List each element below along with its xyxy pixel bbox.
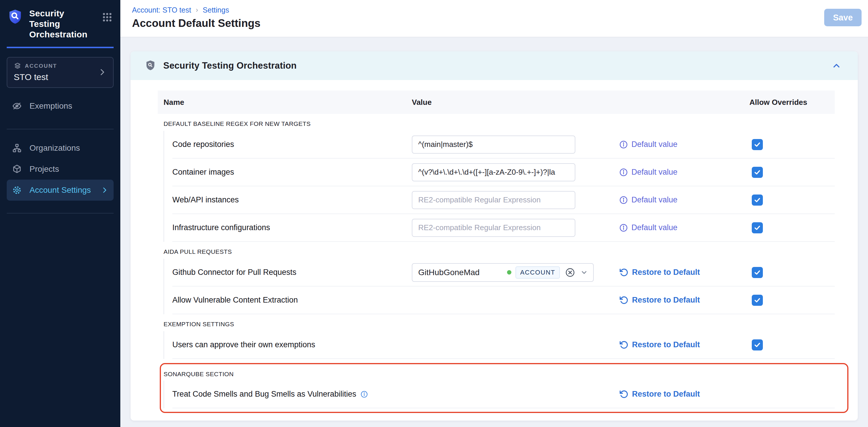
shield-magnifier-icon [145, 60, 156, 71]
column-header-value: Value [412, 98, 619, 107]
page-header: Account: STO test › Settings Account Def… [120, 0, 868, 37]
chevron-down-icon [580, 269, 588, 276]
setting-row-treat-code-smells: Treat Code Smells and Bug Smells as Vuln… [172, 380, 835, 408]
chevron-up-icon[interactable] [832, 61, 841, 71]
clear-selection-icon[interactable] [565, 268, 575, 277]
setting-name: Treat Code Smells and Bug Smells as Vuln… [172, 390, 412, 399]
sidebar-item-label: Exemptions [30, 101, 72, 111]
section-group: Code repositories Default value [163, 131, 835, 242]
info-circle-icon [619, 196, 628, 205]
setting-row-web-api-instances: Web/API instances Default value [172, 186, 835, 214]
org-chart-icon [12, 143, 22, 153]
sidebar-accent-rule [7, 47, 114, 48]
restore-ccw-icon [619, 340, 628, 349]
breadcrumb-settings-link[interactable]: Settings [203, 6, 229, 14]
sto-logo-shield-magnifier-icon [8, 9, 23, 26]
sidebar-item-account-settings[interactable]: Account Settings [7, 180, 114, 201]
sonarqube-highlight-box: SONARQUBE SECTION Treat Code Smells and … [160, 363, 848, 413]
restore-to-default-link[interactable]: Restore to Default [619, 340, 749, 349]
sidebar-item-label: Account Settings [30, 185, 91, 195]
setting-name: Allow Vulnerable Content Extraction [172, 296, 412, 305]
container-images-regex-input[interactable] [412, 163, 576, 181]
setting-row-container-images: Container images Default value [172, 159, 835, 186]
section-label-aida-pull-requests: AIDA PULL REQUESTS [158, 242, 835, 259]
setting-row-code-repositories: Code repositories Default value [172, 131, 835, 159]
section-group: Github Connector for Pull Requests GitHu… [163, 259, 835, 314]
sidebar-divider [7, 213, 114, 214]
module-section-header[interactable]: Security Testing Orchestration [130, 52, 858, 80]
restore-to-default-link[interactable]: Restore to Default [619, 268, 749, 277]
default-value-link[interactable]: Default value [619, 223, 749, 232]
sidebar-item-organizations[interactable]: Organizations [7, 138, 114, 159]
code-repositories-regex-input[interactable] [412, 135, 576, 154]
table-header-row: Name Value Allow Overrides [158, 91, 835, 114]
web-api-instances-regex-input[interactable] [412, 191, 576, 209]
allow-override-checkbox[interactable] [752, 295, 763, 306]
section-label-exemption-settings: EXEMPTION SETTINGS [158, 314, 835, 331]
gear-icon [12, 185, 22, 195]
default-value-link[interactable]: Default value [619, 195, 749, 205]
app-switcher-grid-icon[interactable] [102, 12, 113, 23]
sidebar-item-label: Projects [30, 164, 59, 174]
setting-name: Users can approve their own exemptions [172, 340, 412, 349]
main-area: Account: STO test › Settings Account Def… [120, 0, 868, 427]
setting-name: Code repositories [172, 140, 412, 149]
restore-ccw-icon [619, 268, 628, 277]
info-circle-icon [619, 223, 628, 232]
settings-card: Security Testing Orchestration Name Valu… [130, 52, 858, 421]
layers-icon [14, 62, 21, 70]
default-value-link[interactable]: Default value [619, 140, 749, 149]
section-group: Users can approve their own exemptions R… [163, 331, 835, 359]
column-header-allow-overrides: Allow Overrides [749, 98, 835, 107]
info-circle-icon[interactable] [361, 391, 368, 398]
allow-override-checkbox[interactable] [752, 167, 763, 178]
allow-override-checkbox[interactable] [752, 339, 763, 350]
setting-name: Infrastructure configurations [172, 223, 412, 232]
account-scope-selector[interactable]: ACCOUNT STO test [7, 57, 114, 88]
allow-override-checkbox[interactable] [752, 267, 763, 278]
github-connector-select[interactable]: GitHubGoneMad ACCOUNT [412, 263, 594, 282]
account-name: STO test [14, 72, 57, 82]
connector-status-dot [507, 270, 512, 275]
chevron-right-icon [98, 68, 106, 77]
restore-to-default-link[interactable]: Restore to Default [619, 296, 749, 305]
sidebar-item-label: Organizations [30, 144, 80, 153]
setting-row-github-connector: Github Connector for Pull Requests GitHu… [172, 259, 835, 286]
setting-name: Github Connector for Pull Requests [172, 268, 412, 277]
page-title: Account Default Settings [132, 17, 868, 30]
setting-row-infrastructure-configurations: Infrastructure configurations Default va… [172, 214, 835, 242]
settings-table: Name Value Allow Overrides DEFAULT BASEL… [130, 80, 858, 413]
breadcrumb: Account: STO test › Settings [132, 0, 868, 14]
restore-ccw-icon [619, 390, 628, 399]
setting-row-users-approve-own-exemptions: Users can approve their own exemptions R… [172, 331, 835, 359]
default-value-link[interactable]: Default value [619, 167, 749, 177]
section-group: Treat Code Smells and Bug Smells as Vuln… [163, 380, 835, 408]
restore-ccw-icon [619, 296, 628, 305]
section-label-default-baseline-regex: DEFAULT BASELINE REGEX FOR NEW TARGETS [158, 114, 835, 131]
infrastructure-configurations-regex-input[interactable] [412, 219, 576, 237]
setting-name: Container images [172, 167, 412, 177]
section-label-sonarqube: SONARQUBE SECTION [163, 366, 835, 380]
allow-override-checkbox[interactable] [752, 194, 763, 206]
info-circle-icon [619, 168, 628, 177]
save-button[interactable]: Save [824, 9, 862, 26]
chevron-right-icon [101, 186, 108, 194]
scope-tag: ACCOUNT [516, 266, 560, 279]
column-header-name: Name [163, 98, 412, 107]
sidebar: Security Testing Orchestration ACCOUNT S… [0, 0, 120, 427]
sidebar-item-projects[interactable]: Projects [7, 159, 114, 180]
allow-override-checkbox[interactable] [752, 222, 763, 233]
restore-to-default-link[interactable]: Restore to Default [619, 390, 749, 399]
selected-connector-name: GitHubGoneMad [418, 268, 479, 277]
module-section-title: Security Testing Orchestration [163, 60, 297, 71]
breadcrumb-account-link[interactable]: Account: STO test [132, 6, 191, 14]
chevron-right-icon: › [196, 6, 198, 14]
account-scope-label: ACCOUNT [25, 63, 57, 69]
cube-icon [12, 164, 22, 174]
allow-override-checkbox[interactable] [752, 139, 763, 150]
setting-name: Web/API instances [172, 195, 412, 205]
sidebar-item-exemptions[interactable]: Exemptions [7, 95, 114, 117]
sidebar-header: Security Testing Orchestration [0, 0, 120, 40]
eye-off-icon [12, 101, 22, 111]
info-circle-icon [619, 140, 628, 149]
